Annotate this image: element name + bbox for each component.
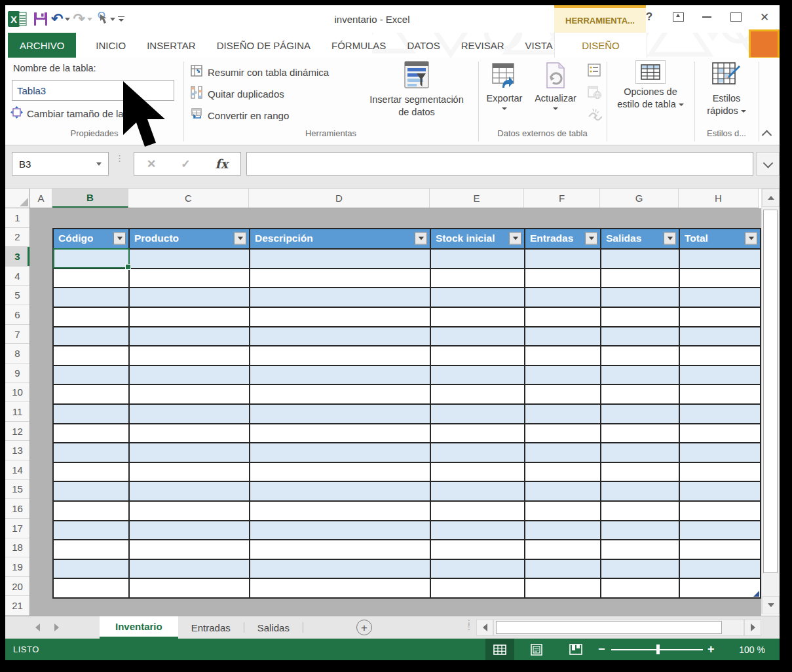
table-cell[interactable] [680, 481, 760, 500]
table-cell[interactable] [525, 578, 601, 597]
table-cell[interactable] [54, 539, 130, 559]
table-name-input[interactable] [12, 80, 174, 101]
name-box[interactable]: B3 [12, 152, 109, 176]
table-cell[interactable] [680, 248, 760, 268]
export-button[interactable]: Exportar [481, 62, 528, 110]
table-cell[interactable] [130, 500, 250, 520]
filter-dropdown-icon[interactable] [113, 233, 126, 245]
table-cell[interactable] [601, 248, 680, 268]
zoom-slider-thumb[interactable] [656, 644, 660, 654]
scroll-down-icon[interactable] [762, 596, 780, 614]
table-cell[interactable] [250, 403, 431, 423]
table-cell[interactable] [525, 384, 601, 403]
table-cell[interactable] [250, 520, 431, 540]
table-cell[interactable] [250, 423, 431, 443]
table-cell[interactable] [250, 365, 431, 384]
sheet-tab-salidas[interactable]: Salidas [244, 616, 303, 639]
formula-input[interactable] [246, 152, 753, 176]
table-cell[interactable] [130, 403, 250, 423]
table-cell[interactable] [250, 442, 431, 462]
table-cell[interactable] [54, 365, 130, 384]
table-cell[interactable] [130, 384, 250, 403]
table-cell[interactable] [680, 307, 760, 326]
table-cell[interactable] [680, 500, 760, 520]
table-cell[interactable] [601, 481, 680, 500]
column-header-G[interactable]: G [600, 189, 679, 208]
table-cell[interactable] [525, 287, 601, 307]
table-cell[interactable] [680, 559, 760, 578]
table-cell[interactable] [130, 462, 250, 481]
table-cell[interactable] [130, 365, 250, 384]
table-cell[interactable] [601, 423, 680, 443]
row-header-14[interactable]: 14 [5, 460, 29, 480]
table-cell[interactable] [431, 578, 525, 597]
table-cell[interactable] [525, 500, 601, 520]
help-icon[interactable]: ? [638, 8, 660, 26]
table-cell[interactable] [525, 365, 601, 384]
undo-icon[interactable]: ↶ [51, 9, 70, 29]
table-cell[interactable] [54, 345, 130, 365]
filter-dropdown-icon[interactable] [234, 233, 246, 245]
table-cell[interactable] [250, 500, 431, 520]
quick-styles-button[interactable]: Estilos rápidos [697, 60, 756, 117]
table-cell[interactable] [431, 307, 525, 326]
table-cell[interactable] [130, 287, 250, 307]
row-header-8[interactable]: 8 [5, 344, 29, 364]
table-cell[interactable] [601, 365, 680, 384]
table-cell[interactable] [130, 326, 250, 346]
row-header-12[interactable]: 12 [5, 422, 29, 441]
column-header-F[interactable]: F [524, 189, 600, 208]
formula-bar-splitter[interactable]: ⋮ [115, 156, 124, 160]
table-cell[interactable] [525, 559, 601, 578]
tab-revisar[interactable]: REVISAR [451, 33, 515, 58]
row-header-15[interactable]: 15 [5, 480, 29, 500]
table-cell[interactable] [54, 307, 130, 326]
row-header-7[interactable]: 7 [5, 325, 29, 345]
page-layout-view-icon[interactable] [522, 639, 551, 660]
name-box-dropdown-icon[interactable] [96, 162, 102, 166]
row-header-21[interactable]: 21 [5, 596, 29, 616]
table-cell[interactable] [130, 520, 250, 540]
table-cell[interactable] [54, 520, 130, 540]
filter-dropdown-icon[interactable] [509, 233, 521, 245]
table-cell[interactable] [680, 520, 760, 540]
table-cell[interactable] [250, 539, 431, 559]
horizontal-scroll-thumb[interactable] [496, 621, 722, 634]
table-cell[interactable] [431, 520, 525, 540]
row-header-4[interactable]: 4 [5, 267, 29, 286]
column-header-D[interactable]: D [249, 189, 430, 208]
row-header-2[interactable]: 2 [5, 228, 29, 248]
row-header-18[interactable]: 18 [5, 538, 29, 558]
table-cell[interactable] [431, 442, 525, 462]
table-cell[interactable] [54, 403, 130, 423]
table-cell[interactable] [130, 248, 250, 268]
table-cell[interactable] [525, 345, 601, 365]
table-cell[interactable] [54, 500, 130, 520]
table-cell[interactable] [130, 423, 250, 443]
next-sheet-icon[interactable] [54, 624, 59, 631]
save-icon[interactable] [33, 9, 48, 29]
row-header-10[interactable]: 10 [5, 383, 29, 403]
table-cell[interactable] [54, 423, 130, 443]
table-cell[interactable] [431, 539, 525, 559]
vertical-scrollbar[interactable] [761, 189, 780, 614]
table-cell[interactable] [54, 287, 130, 307]
data-range-properties-icon[interactable] [587, 63, 601, 80]
table-cell[interactable] [601, 345, 680, 365]
row-header-3[interactable]: 3 [5, 247, 29, 267]
table-cell[interactable] [431, 345, 525, 365]
table-cell[interactable] [525, 520, 601, 540]
table-cell[interactable] [250, 345, 431, 365]
page-break-view-icon[interactable] [561, 639, 590, 660]
table-cell[interactable] [130, 268, 250, 288]
tool-pivot-table-button[interactable]: Resumir con tabla dinámica [190, 64, 329, 80]
insert-function-icon[interactable]: fx [215, 157, 228, 171]
resize-table-button[interactable]: Cambiar tamaño de la tabla [10, 106, 147, 121]
row-header-11[interactable]: 11 [5, 402, 29, 422]
cancel-icon[interactable]: ✕ [147, 157, 156, 171]
tab-diseno-active[interactable]: DISEÑO [554, 33, 647, 58]
table-cell[interactable] [431, 462, 525, 481]
table-cell[interactable] [680, 287, 760, 307]
table-cell[interactable] [250, 307, 431, 326]
row-header-9[interactable]: 9 [5, 364, 29, 383]
